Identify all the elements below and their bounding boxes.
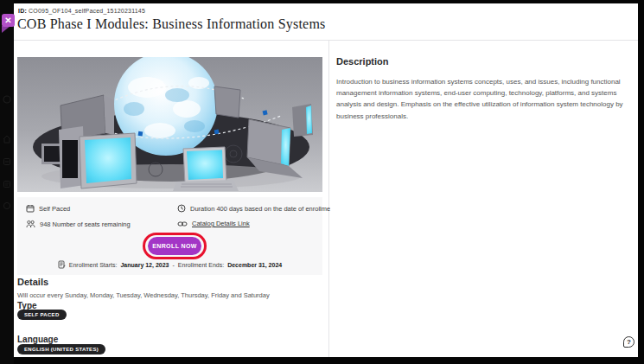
help-button[interactable]: ? bbox=[623, 336, 634, 348]
course-summary-column: Self Paced Duration 400 days based on th… bbox=[14, 41, 329, 357]
enrollment-starts-date: January 12, 2023 bbox=[120, 262, 169, 268]
page-title: COB Phase I Modules: Business Informatio… bbox=[17, 16, 325, 32]
organizations-icon bbox=[3, 201, 11, 210]
avatar-icon bbox=[3, 95, 11, 104]
close-icon: ✕ bbox=[4, 16, 11, 25]
enrollment-form-icon bbox=[58, 260, 66, 269]
help-icon: ? bbox=[627, 338, 631, 346]
self-paced-label: Self Paced bbox=[39, 205, 70, 213]
link-icon bbox=[177, 220, 188, 227]
enrollment-ends-label: Enrollment Ends: bbox=[178, 262, 224, 268]
enrollment-dates-line: Enrollment Starts: January 12, 2023 - En… bbox=[17, 260, 322, 269]
catalog-details-link[interactable]: Catalog Details Link bbox=[192, 220, 250, 227]
description-heading: Description bbox=[336, 56, 389, 67]
details-heading: Details bbox=[17, 277, 48, 287]
course-id-label: ID: bbox=[18, 8, 27, 14]
duration-item: Duration 400 days based on the date of e… bbox=[177, 204, 335, 213]
seats-label: 948 Number of seats remaining bbox=[40, 220, 131, 228]
base-nav-strip bbox=[0, 0, 14, 364]
enroll-now-button[interactable]: ENROLL NOW bbox=[148, 237, 201, 255]
duration-label: Duration 400 days based on the date of e… bbox=[190, 205, 335, 213]
occurrence-text: Will occur every Sunday, Monday, Tuesday… bbox=[17, 291, 270, 299]
courses-icon bbox=[3, 180, 11, 188]
catalog-link-item: Catalog Details Link bbox=[177, 220, 250, 227]
language-badge: ENGLISH (UNITED STATES) bbox=[17, 344, 105, 354]
type-badge: SELF PACED bbox=[17, 310, 67, 320]
panel-header: ID: CO095_OF104_selfPaced_15120231145 CO… bbox=[14, 3, 638, 41]
enrollment-dates-separator: - bbox=[172, 262, 174, 268]
clock-icon bbox=[177, 204, 186, 213]
close-button[interactable]: ✕ bbox=[2, 14, 15, 27]
description-body: Introduction to business information sys… bbox=[336, 76, 634, 122]
enrollment-starts-label: Enrollment Starts: bbox=[69, 262, 118, 268]
language-heading: Language bbox=[17, 335, 58, 344]
course-id-line: ID: CO095_OF104_selfPaced_15120231145 bbox=[18, 8, 145, 14]
seats-item: 948 Number of seats remaining bbox=[26, 220, 131, 228]
course-image bbox=[17, 57, 322, 192]
course-enrollment-panel: ID: CO095_OF104_selfPaced_15120231145 CO… bbox=[14, 3, 638, 357]
self-paced-item: Self Paced bbox=[26, 204, 70, 213]
close-ribbon-fold bbox=[2, 26, 10, 33]
description-column: Description Introduction to business inf… bbox=[330, 41, 638, 357]
activity-icon bbox=[3, 157, 11, 166]
home-icon bbox=[3, 135, 11, 144]
panel-content: Self Paced Duration 400 days based on th… bbox=[14, 41, 638, 357]
enrollment-info-box: Self Paced Duration 400 days based on th… bbox=[17, 197, 322, 275]
enrollment-ends-date: December 31, 2024 bbox=[227, 262, 282, 268]
calendar-icon bbox=[26, 204, 35, 213]
seats-icon bbox=[26, 220, 35, 228]
course-id-value: CO095_OF104_selfPaced_15120231145 bbox=[29, 8, 145, 14]
